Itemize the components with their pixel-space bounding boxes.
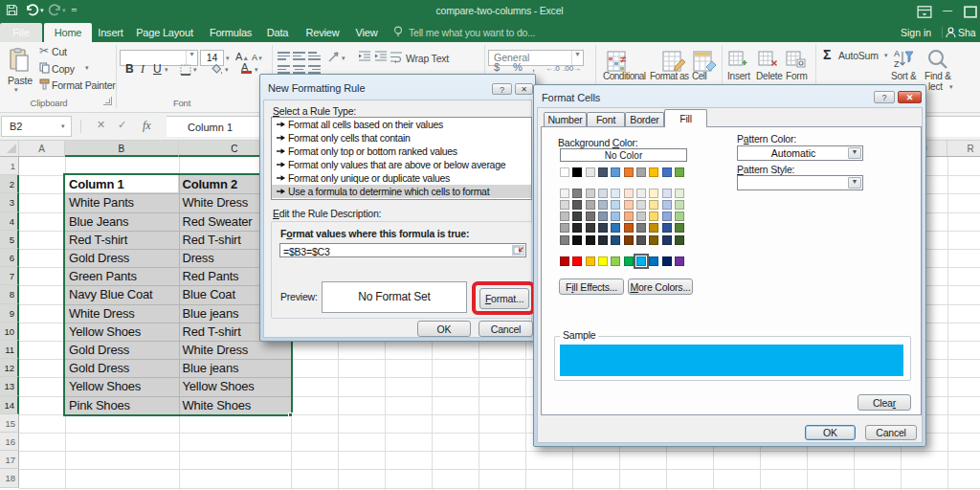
- tab-insert[interactable]: Insert: [95, 23, 126, 42]
- share-person-icon[interactable]: [946, 27, 956, 38]
- align-top-icon[interactable]: [278, 50, 290, 62]
- tab-formulas[interactable]: Formulas: [203, 23, 258, 42]
- row-header-1[interactable]: 1: [0, 157, 19, 175]
- palette-tint-swatch[interactable]: [598, 212, 608, 221]
- underline-button[interactable]: U: [153, 62, 162, 76]
- grid-cell[interactable]: Yellow Shoes: [65, 377, 179, 395]
- palette-theme-swatch[interactable]: [675, 167, 684, 177]
- palette-tint-swatch[interactable]: [636, 200, 646, 210]
- align-middle-icon[interactable]: [293, 50, 305, 62]
- palette-tint-swatch[interactable]: [624, 235, 634, 245]
- format-cells-icon[interactable]: [786, 51, 807, 72]
- grid-cell[interactable]: Navy Blue Coat: [65, 285, 179, 303]
- palette-theme-swatch[interactable]: [560, 167, 569, 177]
- clear-button[interactable]: Clear: [858, 394, 911, 411]
- grid-cell[interactable]: Red T-shirt: [65, 231, 179, 249]
- currency-format-icon[interactable]: $: [494, 61, 500, 73]
- minimize-button[interactable]: —: [940, 3, 955, 17]
- palette-tint-swatch[interactable]: [675, 235, 684, 245]
- insert-function-icon[interactable]: fx: [143, 119, 151, 133]
- palette-tint-swatch[interactable]: [560, 200, 569, 210]
- wrap-text-label[interactable]: Wrap Text: [406, 53, 449, 64]
- rule-type-option[interactable]: Format only values that are above or bel…: [272, 158, 531, 171]
- column-header-B[interactable]: B: [65, 141, 179, 157]
- palette-tint-swatch[interactable]: [624, 200, 634, 210]
- palette-tint-swatch[interactable]: [586, 189, 595, 198]
- palette-tint-swatch[interactable]: [586, 200, 595, 210]
- row-header-15[interactable]: 15: [0, 414, 19, 433]
- palette-tint-swatch[interactable]: [662, 235, 672, 245]
- row-header-17[interactable]: 17: [0, 451, 19, 469]
- copy-icon[interactable]: [39, 62, 50, 74]
- find-select-icon[interactable]: [926, 48, 949, 71]
- restore-button[interactable]: [963, 5, 978, 19]
- close-button[interactable]: ✕: [515, 83, 533, 95]
- rule-type-option[interactable]: Format only cells that contain: [272, 131, 531, 145]
- formula-rule-input[interactable]: =$B3=$C3: [279, 243, 526, 257]
- insert-cells-label[interactable]: Insert: [727, 71, 750, 81]
- row-header-5[interactable]: 5: [0, 231, 19, 249]
- tab-view[interactable]: View: [350, 23, 383, 42]
- orientation-dropdown-icon[interactable]: ▾: [342, 55, 345, 62]
- format-cells-label[interactable]: Form: [786, 71, 808, 81]
- no-color-button[interactable]: No Color: [560, 148, 687, 162]
- paste-label[interactable]: Paste: [8, 75, 33, 86]
- row-header-3[interactable]: 3: [0, 193, 19, 212]
- cut-icon[interactable]: ✂: [39, 44, 49, 57]
- font-color-dropdown-icon[interactable]: ▾: [255, 66, 258, 74]
- palette-tint-swatch[interactable]: [598, 200, 608, 210]
- palette-standard-swatch[interactable]: [662, 256, 672, 266]
- row-header-2[interactable]: 2: [0, 175, 19, 193]
- palette-tint-swatch[interactable]: [649, 200, 658, 210]
- help-button[interactable]: ?: [492, 83, 512, 95]
- fill-effects-button[interactable]: Fill Effects...: [559, 278, 624, 295]
- confirm-entry-icon[interactable]: ✓: [118, 119, 126, 131]
- rule-type-option[interactable]: Use a formula to determine which cells t…: [272, 185, 531, 198]
- insert-cells-icon[interactable]: [728, 51, 749, 72]
- row-header-6[interactable]: 6: [0, 249, 19, 267]
- conditional-formatting-label[interactable]: Conditional: [603, 71, 646, 81]
- palette-tint-swatch[interactable]: [611, 189, 620, 198]
- palette-tint-swatch[interactable]: [560, 189, 569, 198]
- chevron-down-icon[interactable]: ▼: [571, 51, 583, 65]
- palette-tint-swatch[interactable]: [586, 223, 595, 233]
- chevron-down-icon[interactable]: ▼: [186, 51, 197, 65]
- palette-theme-swatch[interactable]: [586, 167, 595, 177]
- palette-tint-swatch[interactable]: [572, 189, 582, 198]
- tab-number[interactable]: Number: [544, 112, 587, 126]
- column-header-A[interactable]: A: [19, 141, 65, 157]
- ok-button[interactable]: OK: [417, 321, 471, 337]
- palette-tint-swatch[interactable]: [572, 200, 582, 210]
- borders-icon[interactable]: [180, 64, 191, 76]
- italic-button[interactable]: I: [141, 62, 145, 77]
- palette-tint-swatch[interactable]: [586, 235, 595, 245]
- format-as-table-label[interactable]: Format as: [650, 71, 689, 81]
- autosum-icon[interactable]: Σ: [823, 47, 831, 62]
- palette-standard-swatch[interactable]: [675, 256, 684, 266]
- palette-theme-swatch[interactable]: [624, 167, 634, 177]
- wrap-text-icon[interactable]: [390, 51, 403, 63]
- save-icon[interactable]: [6, 4, 18, 16]
- name-box[interactable]: B2 ▾: [1, 116, 72, 137]
- palette-theme-swatch[interactable]: [636, 167, 646, 177]
- tab-file[interactable]: File: [0, 23, 42, 42]
- rule-type-option[interactable]: Format all cells based on their values: [272, 118, 531, 131]
- paste-dropdown-icon[interactable]: ▾: [14, 86, 18, 94]
- tab-data[interactable]: Data: [260, 23, 295, 42]
- column-header-R[interactable]: R: [947, 141, 980, 157]
- palette-tint-swatch[interactable]: [662, 212, 672, 221]
- undo-dropdown-icon[interactable]: ▾: [40, 3, 44, 18]
- palette-tint-swatch[interactable]: [611, 235, 620, 245]
- grid-cell[interactable]: Gold Dress: [65, 249, 179, 267]
- tab-page-layout[interactable]: Page Layout: [130, 23, 199, 42]
- grid-cell[interactable]: Yellow Shoes: [179, 377, 292, 395]
- palette-theme-swatch[interactable]: [598, 167, 608, 177]
- percent-format-icon[interactable]: %: [513, 61, 523, 73]
- ok-button[interactable]: OK: [805, 425, 856, 440]
- rule-type-list[interactable]: Format all cells based on their valuesFo…: [271, 117, 532, 200]
- palette-tint-swatch[interactable]: [598, 189, 608, 198]
- rule-type-option[interactable]: Format only unique or duplicate values: [272, 171, 531, 185]
- tab-review[interactable]: Review: [299, 23, 346, 42]
- palette-tint-swatch[interactable]: [624, 189, 634, 198]
- cut-label[interactable]: Cut: [52, 46, 67, 57]
